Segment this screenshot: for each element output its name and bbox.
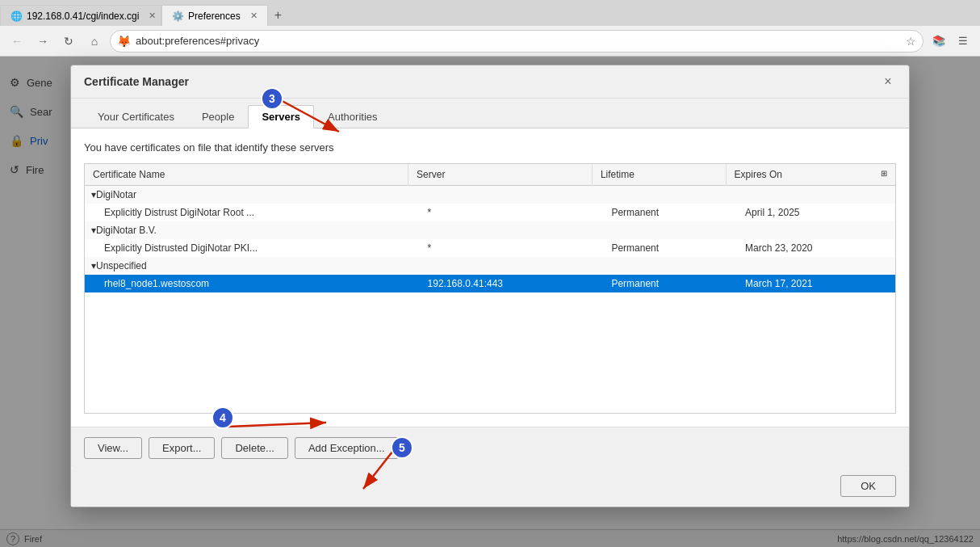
group-toggle: ▾ <box>91 225 96 236</box>
table-row[interactable]: rhel8_node1.westoscom192.168.0.41:443Per… <box>85 275 895 292</box>
firefox-icon: 🦊 <box>117 35 131 48</box>
group-header-2[interactable]: ▾Unspecified <box>85 257 895 275</box>
cell-2: Permanent <box>592 204 726 221</box>
dialog-close-button[interactable]: × <box>880 74 896 90</box>
tab-people-label: People <box>202 111 234 123</box>
table-header-row: Certificate Name Server Lifetime Expires… <box>85 164 895 186</box>
tab-people[interactable]: People <box>188 105 248 128</box>
address-bar-container: 🦊 ☆ <box>110 30 923 53</box>
tab-1-favicon: ⚙️ <box>172 11 183 22</box>
certificate-table: Certificate Name Server Lifetime Expires… <box>85 164 895 292</box>
col-lifetime: Lifetime <box>592 164 726 186</box>
tab-servers-label: Servers <box>262 111 300 123</box>
tab-1-close[interactable]: ✕ <box>250 11 258 21</box>
col-server: Server <box>408 164 593 186</box>
toolbar: ← → ↻ ⌂ 🦊 ☆ 📚 ☰ <box>0 26 980 57</box>
cell-0: Explicitly Distrusted DigiNotar PKI... <box>85 239 408 257</box>
certificate-table-container[interactable]: Certificate Name Server Lifetime Expires… <box>84 163 896 414</box>
tab-0-close[interactable]: ✕ <box>149 11 156 21</box>
cell-1: * <box>408 204 593 221</box>
tab-bar: 🌐 192.168.0.41/cgi/index.cgi ✕ ⚙️ Prefer… <box>0 0 980 26</box>
tab-0-label: 192.168.0.41/cgi/index.cgi <box>27 11 139 22</box>
cell-0: Explicitly Distrust DigiNotar Root ... <box>85 204 408 221</box>
group-toggle: ▾ <box>91 189 96 200</box>
dialog-description: You have certificates on file that ident… <box>84 141 896 154</box>
tab-1-label: Preferences <box>188 11 241 22</box>
ok-button[interactable]: OK <box>840 475 896 497</box>
annotation-3: 3 <box>261 87 283 110</box>
group-header-1[interactable]: ▾DigiNotar B.V. <box>85 221 895 239</box>
reload-button[interactable]: ↻ <box>58 31 79 52</box>
back-button[interactable]: ← <box>6 31 27 52</box>
export-button[interactable]: Export... <box>149 437 215 459</box>
toolbar-right: 📚 ☰ <box>928 31 974 52</box>
address-bar[interactable] <box>136 35 901 47</box>
cell-1: * <box>408 239 593 257</box>
cell-1: 192.168.0.41:443 <box>408 275 593 292</box>
add-exception-button[interactable]: Add Exception... <box>295 437 399 459</box>
resize-icon[interactable]: ⊞ <box>881 169 887 178</box>
tab-0-favicon: 🌐 <box>10 11 22 22</box>
certificate-manager-dialog: Certificate Manager × Your Certificates … <box>70 65 910 507</box>
col-cert-name: Certificate Name <box>85 164 408 186</box>
tab-your-certificates[interactable]: Your Certificates <box>84 105 188 128</box>
table-row[interactable]: Explicitly Distrust DigiNotar Root ...*P… <box>85 204 895 221</box>
cell-3: April 1, 2025 <box>726 204 895 221</box>
group-toggle: ▾ <box>91 260 96 271</box>
bookmark-star-icon[interactable]: ☆ <box>906 35 916 48</box>
menu-button[interactable]: ☰ <box>953 31 974 52</box>
view-button[interactable]: View... <box>84 437 142 459</box>
tab-authorities-label: Authorities <box>328 111 377 123</box>
col-expires-on: Expires On ⊞ <box>726 164 895 186</box>
tab-authorities[interactable]: Authorities <box>314 105 391 128</box>
library-button[interactable]: 📚 <box>928 31 949 52</box>
cell-2: Permanent <box>592 275 726 292</box>
delete-button[interactable]: Delete... <box>221 437 287 459</box>
forward-button[interactable]: → <box>32 31 53 52</box>
cell-0: rhel8_node1.westoscom <box>85 275 408 292</box>
tab-1[interactable]: ⚙️ Preferences ✕ <box>161 5 268 26</box>
group-header-0[interactable]: ▾DigiNotar <box>85 186 895 204</box>
dialog-header: Certificate Manager × <box>71 65 909 99</box>
new-tab-button[interactable]: + <box>268 5 288 26</box>
cell-3: March 17, 2021 <box>726 275 895 292</box>
dialog-body: You have certificates on file that ident… <box>71 128 909 427</box>
browser-chrome: 🌐 192.168.0.41/cgi/index.cgi ✕ ⚙️ Prefer… <box>0 0 980 57</box>
dialog-footer: View... Export... Delete... Add Exceptio… <box>71 427 909 469</box>
tab-0[interactable]: 🌐 192.168.0.41/cgi/index.cgi ✕ <box>0 5 161 26</box>
dialog-tabs: Your Certificates People Servers Authori… <box>71 99 909 128</box>
tab-servers[interactable]: Servers <box>248 105 314 128</box>
table-row[interactable]: Explicitly Distrusted DigiNotar PKI...*P… <box>85 239 895 257</box>
cell-3: March 23, 2020 <box>726 239 895 257</box>
dialog-title: Certificate Manager <box>84 75 189 88</box>
home-button[interactable]: ⌂ <box>84 31 105 52</box>
tab-your-certificates-label: Your Certificates <box>98 111 174 123</box>
annotation-4: 4 <box>211 406 234 429</box>
cell-2: Permanent <box>592 239 726 257</box>
annotation-5: 5 <box>391 436 413 459</box>
dialog-ok-row: OK <box>71 469 909 507</box>
